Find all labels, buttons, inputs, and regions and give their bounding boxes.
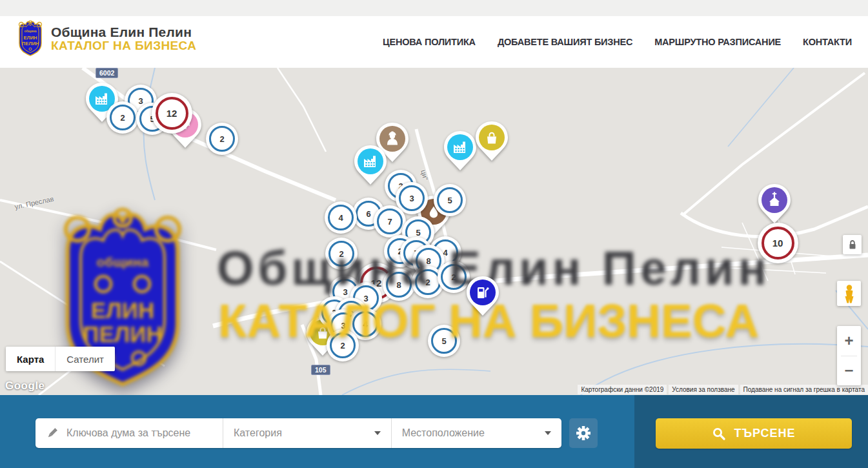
nav-item-2[interactable]: МАРШРУТНО РАЗПИСАНИЕ: [654, 37, 781, 47]
cluster-count: 5: [416, 228, 420, 238]
lock-icon: [847, 239, 858, 250]
svg-text:ПЕЛИН: ПЕЛИН: [22, 41, 39, 46]
cluster-count: 5: [447, 196, 452, 205]
advanced-search-button[interactable]: [569, 418, 598, 448]
svg-text:ПЕЛИН: ПЕЛИН: [83, 321, 163, 347]
map-pin-factory-4[interactable]: [442, 130, 478, 172]
zoom-in-button[interactable]: +: [837, 326, 861, 356]
cluster-count: 3: [138, 96, 143, 106]
map-pin-bag-5[interactable]: [474, 121, 510, 162]
cluster-count: 3: [409, 194, 414, 203]
zoom-out-button[interactable]: −: [837, 356, 861, 386]
nav-item-1[interactable]: ДОБАВЕТЕ ВАШИЯТ БИЗНЕС: [498, 37, 632, 47]
category-select-value: Категория: [234, 427, 282, 439]
search-button[interactable]: ТЪРСЕНЕ: [656, 418, 852, 449]
attribution-1[interactable]: Условия за ползване: [669, 385, 738, 394]
location-select[interactable]: Местоположение: [391, 418, 561, 448]
cluster-count: 4: [338, 213, 343, 223]
zoom-control: + −: [837, 326, 861, 385]
nav-item-0[interactable]: ЦЕНОВА ПОЛИТИКА: [383, 37, 476, 47]
road-label-1: 105: [311, 365, 330, 375]
road-label-0: 6002: [96, 68, 118, 78]
header: община ЕЛИН ПЕЛИН Община Елин Пелин КАТА…: [0, 16, 868, 68]
chevron-down-icon: [545, 431, 551, 435]
search-icon: [712, 427, 726, 441]
map-canvas[interactable]: 6002105ул. Преславбул. „Новоселци“: [0, 68, 868, 395]
map-cluster-2-1[interactable]: 2: [106, 101, 139, 134]
pencil-icon: [46, 427, 59, 440]
brand-text: Община Елин Пелин КАТАЛОГ НА БИЗНЕСА: [51, 25, 196, 52]
map-cluster-7-10[interactable]: 7: [374, 205, 406, 238]
svg-text:ЕЛИН: ЕЛИН: [91, 298, 154, 323]
search-panel: Категория Местоположение: [0, 395, 868, 468]
top-strip: [0, 0, 868, 16]
map-cluster-5-7[interactable]: 5: [434, 184, 466, 216]
cluster-count: 12: [167, 108, 177, 119]
map-type-map-button[interactable]: Карта: [6, 347, 55, 371]
map-type-control: КартаСателит: [6, 347, 115, 371]
attribution-2[interactable]: Подаване на сигнал за грешка в картата: [740, 385, 868, 394]
map-pin-church-7[interactable]: [756, 183, 792, 225]
attribution-0: Картографски данни ©2019: [578, 385, 667, 394]
search-input-group: Категория Местоположение: [35, 418, 561, 448]
site-logo[interactable]: община ЕЛИН ПЕЛИН Община Елин Пелин КАТА…: [16, 19, 196, 58]
search-button-label: ТЪРСЕНЕ: [734, 427, 795, 440]
pegman-icon: [841, 284, 858, 303]
main-nav: ЦЕНОВА ПОЛИТИКАДОБАВЕТЕ ВАШИЯТ БИЗНЕСМАР…: [383, 16, 852, 68]
cluster-count: 2: [219, 134, 224, 144]
keyword-input[interactable]: [65, 427, 223, 440]
cluster-count: 7: [387, 217, 392, 227]
street-view-pegman-button[interactable]: [837, 281, 861, 306]
google-logo[interactable]: Google: [5, 380, 45, 392]
map-attribution: Картографски данни ©2019Условия за ползв…: [578, 385, 868, 394]
gear-icon: [576, 425, 591, 441]
cluster-count: 2: [120, 113, 125, 123]
location-select-value: Местоположение: [402, 427, 485, 439]
keyword-field[interactable]: [35, 418, 223, 448]
site-title: Община Елин Пелин: [51, 25, 196, 39]
svg-text:община: община: [24, 29, 36, 33]
map-cluster-4-9[interactable]: 4: [325, 201, 357, 234]
cluster-count: 6: [366, 209, 370, 219]
map-type-satellite-button[interactable]: Сателит: [55, 347, 115, 371]
site-subtitle: КАТАЛОГ НА БИЗНЕСА: [51, 39, 196, 52]
category-select[interactable]: Категория: [223, 418, 391, 448]
lock-button[interactable]: [843, 235, 862, 254]
nav-item-3[interactable]: КОНТАКТИ: [803, 37, 852, 47]
municipality-crest-icon: община ЕЛИН ПЕЛИН: [16, 19, 45, 58]
svg-text:ЕЛИН: ЕЛИН: [23, 35, 37, 41]
chevron-down-icon: [374, 431, 381, 435]
map-pin-fuel-8[interactable]: [465, 276, 501, 317]
map-cluster-12-3[interactable]: 12: [152, 93, 192, 134]
map-pin-factory-3[interactable]: [352, 145, 389, 186]
svg-text:община: община: [97, 254, 149, 269]
map-cluster-2-4[interactable]: 2: [206, 123, 238, 155]
cluster-count: 10: [772, 238, 783, 249]
page: община ЕЛИН ПЕЛИН Община Елин Пелин КАТА…: [0, 0, 868, 468]
